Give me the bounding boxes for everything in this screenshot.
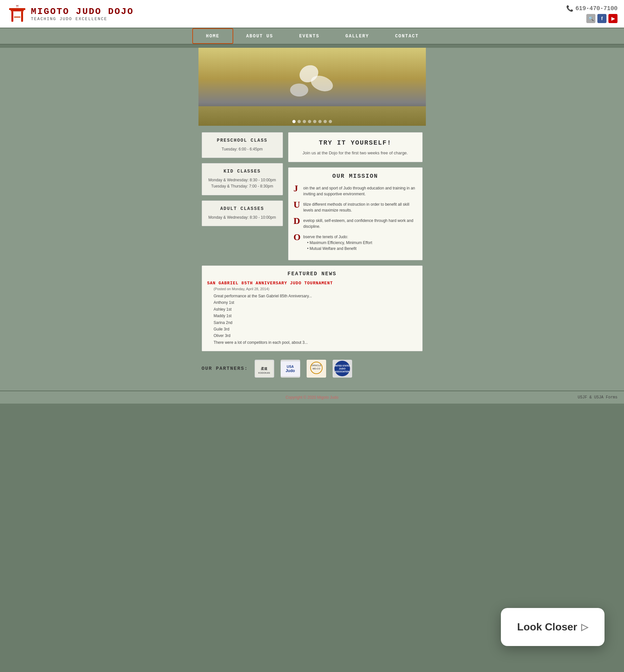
svg-text:USA: USA xyxy=(286,365,294,369)
partners-section: OUR PARTNERS: 柔道 KODOKAN USA Judo xyxy=(202,356,423,384)
adult-classes-card: ADULT CLASSES Monday & Wednesday: 8:30 -… xyxy=(202,200,283,226)
nav-about[interactable]: ABOUT US xyxy=(233,29,286,43)
carousel-dot-4[interactable] xyxy=(308,120,311,123)
right-column: TRY IT YOURSELF! Join us at the Dojo for… xyxy=(288,132,423,260)
svg-text:JUDO: JUDO xyxy=(339,367,346,370)
social-icons: 🔍 f ▶ xyxy=(586,14,618,23)
svg-rect-1 xyxy=(11,10,24,11)
try-it-card: TRY IT YOURSELF! Join us at the Dojo for… xyxy=(288,132,423,162)
hero-placeholder xyxy=(199,48,426,126)
carousel-dot-1[interactable] xyxy=(292,120,295,123)
content-section: PRESCHOOL CLASS Tuesday: 6:00 - 6:45pm K… xyxy=(202,129,423,391)
kid-classes-card: KID CLASSES Monday & Wednesday: 8:30 - 1… xyxy=(202,163,283,195)
youtube-icon[interactable]: ▶ xyxy=(608,14,618,23)
svg-rect-5 xyxy=(14,17,21,18)
mission-item-d: D evelop skill, self-esteem, and confide… xyxy=(294,217,417,229)
nav-gallery[interactable]: GALLERY xyxy=(332,29,382,43)
carousel-dot-6[interactable] xyxy=(318,120,321,123)
header-right: 📞 619-470-7100 🔍 f ▶ xyxy=(566,5,618,23)
mission-item-o: O bserve the tenets of Judo:• Maximum Ef… xyxy=(294,233,417,251)
facebook-icon[interactable]: f xyxy=(597,14,606,23)
news-line-4: Maddy 1st xyxy=(214,314,232,318)
main-wrapper: PRESCHOOL CLASS Tuesday: 6:00 - 6:45pm K… xyxy=(0,48,624,391)
mission-item-u: U tilize different methods of instructio… xyxy=(294,200,417,213)
footer: Copyright © 2020 Migoto Judo USJF & USJA… xyxy=(0,391,624,404)
two-col-layout: PRESCHOOL CLASS Tuesday: 6:00 - 6:45pm K… xyxy=(202,132,423,260)
kid-schedule-2: Tuesday & Thursday: 7:00 - 8:30pm xyxy=(205,183,279,190)
adult-title: ADULT CLASSES xyxy=(205,206,279,211)
news-line-1: Great performance at the San Gabriel 85t… xyxy=(214,294,312,298)
news-section-title: FEATURED NEWS xyxy=(207,271,417,277)
carousel-dot-8[interactable] xyxy=(329,120,332,123)
nav-home[interactable]: HOME xyxy=(192,28,233,44)
left-column: PRESCHOOL CLASS Tuesday: 6:00 - 6:45pm K… xyxy=(202,132,283,260)
footer-copyright: Copyright © 2020 Migoto Judo xyxy=(210,395,414,400)
carousel-dot-7[interactable] xyxy=(323,120,327,123)
mission-letter-j: J xyxy=(294,184,301,193)
nav-contact[interactable]: CONTACT xyxy=(382,29,432,43)
svg-rect-2 xyxy=(11,11,13,22)
partner-logo-kodokan: 柔道 KODOKAN xyxy=(255,360,274,378)
preschool-schedule: Tuesday: 6:00 - 6:45pm xyxy=(205,146,279,152)
site-tagline: TEACHING JUDO EXCELLENCE xyxy=(31,17,134,21)
preschool-card: PRESCHOOL CLASS Tuesday: 6:00 - 6:45pm xyxy=(202,132,283,158)
svg-text:柔道: 柔道 xyxy=(261,367,268,370)
footer-forms-link[interactable]: USJF & USJA Forms xyxy=(578,395,618,400)
nav-events[interactable]: EVENTS xyxy=(286,29,332,43)
news-article-title: SAN GABRIEL 85TH ANNIVERSARY JUDO TOURNA… xyxy=(207,281,417,285)
search-icon[interactable]: 🔍 xyxy=(586,14,595,23)
news-body: Great performance at the San Gabriel 85t… xyxy=(214,293,417,346)
mission-letter-u: U xyxy=(294,200,301,209)
svg-text:GRACLE: GRACLE xyxy=(312,364,321,367)
svg-point-9 xyxy=(290,83,308,97)
partner-logo-usja: UNITED STATES JUDO ASSOCIATION xyxy=(333,360,352,378)
svg-text:UNITED STATES: UNITED STATES xyxy=(334,365,350,367)
news-date: (Posted on Monday, April 28, 2014) xyxy=(214,287,417,291)
news-section: FEATURED NEWS SAN GABRIEL 85TH ANNIVERSA… xyxy=(202,266,423,351)
mission-card: OUR MISSION J oin the art and sport of J… xyxy=(288,167,423,260)
svg-rect-3 xyxy=(21,11,23,22)
mission-text-d: evelop skill, self-esteem, and confidenc… xyxy=(304,217,417,229)
mission-letter-o: O xyxy=(294,233,301,242)
news-line-5: Sarina 2nd xyxy=(214,320,233,325)
svg-rect-0 xyxy=(9,8,25,10)
header-title: MIGOTO JUDO DOJO TEACHING JUDO EXCELLENC… xyxy=(31,6,134,21)
kid-title: KID CLASSES xyxy=(205,169,279,174)
news-line-3: Ashley 1st xyxy=(214,307,232,312)
preschool-title: PRESCHOOL CLASS xyxy=(205,138,279,143)
news-line-8: There were a lot of competitors in each … xyxy=(214,340,308,345)
news-line-6: Guile 3rd xyxy=(214,327,230,331)
logo-icon: ⛩ xyxy=(6,3,28,24)
mission-text-o: bserve the tenets of Judo:• Maximum Effi… xyxy=(304,233,372,251)
mission-text-j: oin the art and sport of Judo through ed… xyxy=(304,184,417,197)
partners-label: OUR PARTNERS: xyxy=(202,366,248,371)
news-line-2: Anthony 1st xyxy=(214,300,234,305)
try-it-title: TRY IT YOURSELF! xyxy=(294,139,417,147)
mission-title: OUR MISSION xyxy=(294,173,417,179)
try-it-description: Join us at the Dojo for the first two we… xyxy=(294,150,417,155)
kid-schedule-1: Monday & Wednesday: 8:30 - 10:00pm xyxy=(205,177,279,183)
mission-item-j: J oin the art and sport of Judo through … xyxy=(294,184,417,197)
header: ⛩ MIGOTO JUDO DOJO TEACHING JUDO EXCELLE… xyxy=(0,0,624,28)
svg-text:⛩: ⛩ xyxy=(16,5,19,8)
phone-icon: 📞 xyxy=(566,5,573,12)
mission-letter-d: D xyxy=(294,217,301,225)
carousel-dot-3[interactable] xyxy=(303,120,306,123)
carousel-dot-2[interactable] xyxy=(297,120,301,123)
mission-text-u: tilize different methods of instruction … xyxy=(304,200,417,213)
site-name: MIGOTO JUDO DOJO xyxy=(31,6,134,17)
adult-schedule: Monday & Wednesday: 8:30 - 10:00pm xyxy=(205,215,279,221)
news-line-7: Oliver 3rd xyxy=(214,333,231,338)
svg-text:Judo: Judo xyxy=(286,369,295,373)
phone-number: 📞 619-470-7100 xyxy=(566,5,618,12)
partner-logo-usa-judo: USA Judo xyxy=(281,360,300,378)
nav-bar: HOME ABOUT US EVENTS GALLERY CONTACT xyxy=(0,28,624,45)
svg-text:MD-CO: MD-CO xyxy=(312,368,320,370)
svg-text:KODOKAN: KODOKAN xyxy=(258,372,270,374)
partner-logo-gracle: GRACLE MD-CO xyxy=(307,360,326,378)
hero-image xyxy=(199,48,426,126)
carousel-dots xyxy=(292,120,332,123)
carousel-dot-5[interactable] xyxy=(313,120,316,123)
header-left: ⛩ MIGOTO JUDO DOJO TEACHING JUDO EXCELLE… xyxy=(6,3,134,24)
svg-text:ASSOCIATION: ASSOCIATION xyxy=(335,370,349,373)
